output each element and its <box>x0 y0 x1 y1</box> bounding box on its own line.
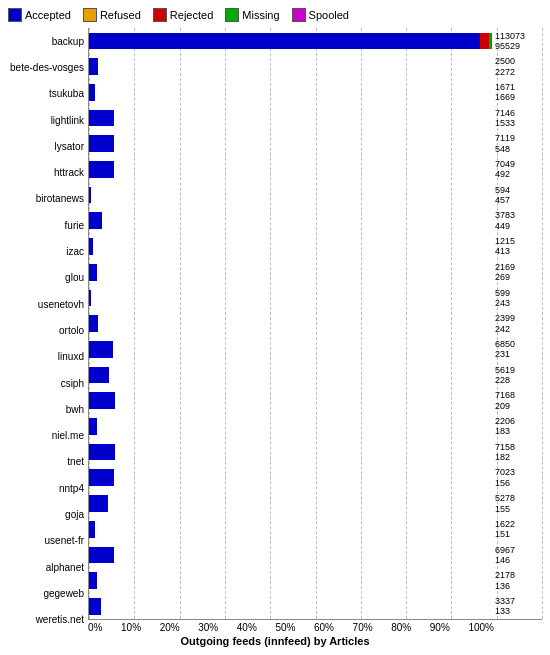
x-label-30%: 30% <box>198 622 218 633</box>
bar-values-csiph: 5619228 <box>495 365 515 386</box>
bar-row-bete-des-vosges: 25002272 <box>89 54 542 80</box>
bar-value2-usenetovh: 243 <box>495 298 510 308</box>
x-label-80%: 80% <box>391 622 411 633</box>
bar-row-alphanet: 6967146 <box>89 542 542 568</box>
bar-value1-goja: 5278 <box>495 493 515 503</box>
bar-value1-bwh: 7168 <box>495 390 515 400</box>
x-label-0%: 0% <box>88 622 102 633</box>
y-label-linuxd: linuxd <box>58 344 84 370</box>
bar-row-bwh: 7168209 <box>89 388 542 414</box>
legend-item-spooled: Spooled <box>292 8 349 22</box>
bar-segment-accepted-lightlink <box>89 110 114 127</box>
x-axis-title: Outgoing feeds (innfeed) by Articles <box>8 635 542 647</box>
y-label-bwh: bwh <box>66 396 84 422</box>
legend-color-rejected <box>153 8 167 22</box>
bar-values-usenetovh: 599243 <box>495 288 510 309</box>
bar-value1-bete-des-vosges: 2500 <box>495 56 515 66</box>
bar-value1-linuxd: 6850 <box>495 339 515 349</box>
bar-segment-accepted-furie <box>89 212 102 229</box>
bar-row-usenetovh: 599243 <box>89 285 542 311</box>
bar-value2-glou: 269 <box>495 272 515 282</box>
bar-value2-csiph: 228 <box>495 375 515 385</box>
bar-value1-usenetovh: 599 <box>495 288 510 298</box>
bar-values-lysator: 7119548 <box>495 133 515 154</box>
bar-value2-lysator: 548 <box>495 144 515 154</box>
x-label-100%: 100% <box>468 622 494 633</box>
y-label-ortolo: ortolo <box>59 317 84 343</box>
bar-value1-nntp4: 7023 <box>495 467 515 477</box>
bar-values-ortolo: 2399242 <box>495 313 515 334</box>
y-label-goja: goja <box>65 501 84 527</box>
legend-color-accepted <box>8 8 22 22</box>
legend-color-missing <box>225 8 239 22</box>
y-axis-labels: backupbete-des-vosgestsukubalightlinklys… <box>8 28 88 633</box>
bar-segment-accepted-linuxd <box>89 341 113 358</box>
bar-value2-ortolo: 242 <box>495 324 515 334</box>
bar-value2-niel.me: 183 <box>495 426 515 436</box>
legend-item-rejected: Rejected <box>153 8 213 22</box>
bar-value1-ortolo: 2399 <box>495 313 515 323</box>
bar-value2-tsukuba: 1669 <box>495 92 515 102</box>
y-label-lightlink: lightlink <box>51 107 84 133</box>
bar-segment-accepted-usenet-fr <box>89 521 95 538</box>
x-label-40%: 40% <box>237 622 257 633</box>
bar-value2-birotanews: 457 <box>495 195 510 205</box>
y-label-nntp4: nntp4 <box>59 475 84 501</box>
bar-values-linuxd: 6850231 <box>495 339 515 360</box>
bar-row-furie: 3783449 <box>89 208 542 234</box>
bar-value1-glou: 2169 <box>495 262 515 272</box>
bar-value2-furie: 449 <box>495 221 515 231</box>
bar-values-bete-des-vosges: 25002272 <box>495 56 515 77</box>
bar-value2-tnet: 182 <box>495 452 515 462</box>
y-label-usenet-fr: usenet-fr <box>45 528 84 554</box>
bar-value1-birotanews: 594 <box>495 185 510 195</box>
chart-container: AcceptedRefusedRejectedMissingSpooled ba… <box>0 0 550 655</box>
x-label-20%: 20% <box>160 622 180 633</box>
y-label-usenetovh: usenetovh <box>38 291 84 317</box>
y-label-furie: furie <box>65 212 84 238</box>
bar-segment-accepted-birotanews <box>89 187 91 204</box>
bar-row-backup: 11307395529 <box>89 28 542 54</box>
legend-item-refused: Refused <box>83 8 141 22</box>
bars-container: 1130739552925002272167116697146153371195… <box>88 28 542 620</box>
bar-segment-accepted-nntp4 <box>89 469 114 486</box>
bar-segment-accepted-usenetovh <box>89 290 91 307</box>
bar-segment-accepted-alphanet <box>89 547 114 564</box>
bar-segment-accepted-tnet <box>89 444 115 461</box>
bar-value1-gegeweb: 2178 <box>495 570 515 580</box>
x-label-60%: 60% <box>314 622 334 633</box>
legend-label-accepted: Accepted <box>25 9 71 21</box>
legend-label-missing: Missing <box>242 9 279 21</box>
bar-segment-accepted-ortolo <box>89 315 98 332</box>
bar-segment-accepted-glou <box>89 264 97 281</box>
bar-row-gegeweb: 2178136 <box>89 568 542 594</box>
bar-value2-linuxd: 231 <box>495 349 515 359</box>
bar-segment-accepted-gegeweb <box>89 572 97 589</box>
bar-values-tnet: 7158182 <box>495 442 515 463</box>
bar-row-linuxd: 6850231 <box>89 336 542 362</box>
bar-row-niel.me: 2206183 <box>89 414 542 440</box>
bar-row-usenet-fr: 1622151 <box>89 516 542 542</box>
bar-values-gegeweb: 2178136 <box>495 570 515 591</box>
bar-row-glou: 2169269 <box>89 259 542 285</box>
y-label-httrack: httrack <box>54 159 84 185</box>
bar-segment-accepted-httrack <box>89 161 114 178</box>
bar-value1-niel.me: 2206 <box>495 416 515 426</box>
y-label-birotanews: birotanews <box>36 186 84 212</box>
bar-segment-rejected-backup <box>480 33 490 50</box>
bar-value1-lightlink: 7146 <box>495 108 515 118</box>
grid-line <box>542 28 543 619</box>
bar-segment-accepted-tsukuba <box>89 84 95 101</box>
bar-values-goja: 5278155 <box>495 493 515 514</box>
bar-segment-accepted-bwh <box>89 392 115 409</box>
bar-value2-httrack: 492 <box>495 169 515 179</box>
legend-item-accepted: Accepted <box>8 8 71 22</box>
bar-value2-backup: 95529 <box>495 41 525 51</box>
x-label-90%: 90% <box>430 622 450 633</box>
bar-row-tnet: 7158182 <box>89 439 542 465</box>
bar-value2-bwh: 209 <box>495 401 515 411</box>
chart-body: backupbete-des-vosgestsukubalightlinklys… <box>8 28 542 633</box>
bar-value2-lightlink: 1533 <box>495 118 515 128</box>
bar-segment-accepted-niel.me <box>89 418 97 435</box>
y-label-tnet: tnet <box>67 449 84 475</box>
